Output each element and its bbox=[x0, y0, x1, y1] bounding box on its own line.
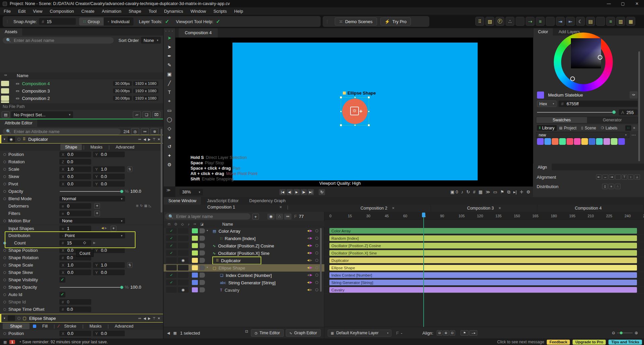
keyframe-circle[interactable] bbox=[315, 251, 318, 254]
timeline-comp-tab[interactable]: Composition 4 bbox=[537, 205, 644, 212]
value-field-y[interactable]: Y1.0 bbox=[93, 166, 125, 172]
try-pro-button[interactable]: ⚡Try Pro bbox=[380, 17, 411, 25]
asset-row[interactable]: ▭ Composition 4 30.00fps 1920 x 1080 bbox=[0, 80, 163, 87]
skip-end-button[interactable]: ▶| bbox=[308, 189, 314, 195]
color-swatch[interactable] bbox=[589, 138, 595, 145]
enable-checkbox[interactable] bbox=[166, 265, 177, 271]
current-color-swatch[interactable] bbox=[537, 92, 544, 99]
grid-icon[interactable]: ▦ bbox=[3, 340, 7, 344]
minimize-button[interactable]: — bbox=[602, 0, 616, 7]
spiral-tool[interactable]: ↺ bbox=[165, 142, 174, 151]
next-message-link[interactable]: Click to see next message bbox=[497, 340, 544, 344]
input-connection-icon[interactable]: ◀ bbox=[307, 273, 309, 277]
keyframe-dot[interactable] bbox=[3, 332, 6, 335]
output-connection-icon[interactable]: ▶ bbox=[310, 244, 312, 247]
output-connection-icon[interactable]: ▶ bbox=[310, 281, 312, 284]
hue-handle[interactable] bbox=[570, 76, 575, 81]
isolate-icon[interactable]: ≔ bbox=[138, 137, 141, 141]
value-field-y[interactable]: Y0.0 bbox=[93, 174, 125, 179]
display-icon[interactable]: ▭ bbox=[493, 189, 497, 194]
menu-item[interactable]: Create bbox=[78, 7, 98, 15]
separator[interactable] bbox=[596, 17, 605, 26]
keyframe-dot[interactable] bbox=[3, 264, 6, 267]
collapse-icon[interactable]: ◀ bbox=[167, 331, 170, 335]
tab-masks[interactable]: Masks bbox=[86, 144, 107, 150]
project-set-dropdown[interactable]: No Project Set...▾ bbox=[11, 111, 73, 118]
layer-scrollbar[interactable] bbox=[320, 228, 322, 292]
grid-view-toggle[interactable]: ∷ bbox=[625, 125, 631, 131]
slider-knob[interactable] bbox=[120, 286, 123, 289]
layer-tag-icon[interactable] bbox=[200, 243, 205, 248]
labels-tab[interactable]: ❍Labels bbox=[598, 125, 620, 131]
input-connection-icon[interactable]: ◀ bbox=[307, 266, 309, 269]
value-slider[interactable] bbox=[60, 287, 122, 288]
pivot-gizmo[interactable]: ⊙ bbox=[350, 107, 359, 115]
asset-name[interactable]: Composition 3 bbox=[22, 89, 50, 94]
keyframe-circle[interactable] bbox=[315, 274, 318, 277]
close-tab-icon[interactable]: × bbox=[498, 206, 501, 211]
zoom-out-icon[interactable]: ⊖ bbox=[612, 331, 615, 335]
layer-color-swatch[interactable] bbox=[192, 236, 198, 241]
color-swatch[interactable] bbox=[603, 138, 610, 145]
text-tool[interactable]: T bbox=[165, 88, 174, 96]
value-field-x[interactable]: ≡0 bbox=[59, 203, 91, 209]
scatter-icon[interactable]: ∴ bbox=[505, 17, 515, 26]
value-slider[interactable] bbox=[60, 191, 122, 192]
layer-tag-icon[interactable] bbox=[200, 228, 205, 233]
add-button[interactable]: + bbox=[111, 226, 116, 231]
keyframe-circle[interactable] bbox=[315, 266, 318, 269]
menu-item[interactable]: View bbox=[29, 7, 46, 15]
layer-tag-icon[interactable] bbox=[200, 265, 205, 270]
checkbox[interactable]: ✓ bbox=[59, 292, 65, 297]
visibility-toggle[interactable] bbox=[178, 280, 189, 285]
tab-dependency-graph[interactable]: Dependency Graph bbox=[245, 197, 290, 205]
skip-start-button[interactable]: |◀ bbox=[279, 189, 286, 195]
enable-checkbox[interactable]: ✓ bbox=[166, 272, 177, 278]
next-icon[interactable]: ▶ bbox=[148, 137, 151, 141]
keyframe-circle[interactable] bbox=[315, 229, 318, 232]
eyedropper-button[interactable]: ✑ bbox=[630, 91, 638, 99]
keyframe-dot[interactable] bbox=[3, 175, 6, 178]
select-tool[interactable]: ➤ bbox=[165, 34, 174, 42]
output-connection-icon[interactable]: ▶ bbox=[310, 229, 312, 232]
layer-name[interactable]: Duplicator bbox=[221, 258, 241, 263]
value-field-x[interactable]: X0.0 bbox=[59, 174, 91, 179]
menu-item[interactable]: Tool bbox=[145, 7, 160, 15]
align-top-button[interactable]: ⊤ bbox=[622, 174, 627, 180]
tab-javascript-editor[interactable]: JavaScript Editor bbox=[202, 197, 243, 205]
expand-chevron-icon[interactable]: ▾ bbox=[207, 229, 208, 232]
polygon-tool[interactable]: ◇ bbox=[165, 124, 174, 132]
input-connection-icon[interactable]: ◀ bbox=[307, 281, 309, 284]
swatch-set-dropdown[interactable]: new▾ bbox=[536, 132, 629, 138]
distribute-v-button[interactable]: ≡ bbox=[608, 184, 614, 189]
row-extra-icons[interactable]: ≣↻▦◺ bbox=[136, 204, 153, 208]
delete-icon[interactable]: ⌧ bbox=[152, 111, 160, 118]
trace-path-icon[interactable]: ⇢ bbox=[526, 17, 535, 26]
kf-align-right-button[interactable]: ⊡ bbox=[449, 330, 455, 336]
keyframe-circle[interactable] bbox=[315, 281, 318, 284]
kf-nav-button[interactable]: →▸ bbox=[469, 330, 477, 336]
separator[interactable] bbox=[546, 17, 555, 26]
menu-item[interactable]: Help bbox=[230, 7, 247, 15]
layer-color-swatch[interactable] bbox=[192, 265, 198, 270]
tab-composition-1[interactable]: Composition 1×| bbox=[164, 205, 324, 212]
next-icon[interactable]: ▶ bbox=[148, 317, 151, 320]
visibility-toggle[interactable] bbox=[178, 235, 189, 241]
layer-color-swatch[interactable] bbox=[192, 273, 198, 278]
layer-name[interactable]: Color Array bbox=[218, 229, 240, 234]
flag-icon[interactable]: ⚑ bbox=[500, 189, 504, 194]
tips-and-tricks-button[interactable]: Tips and Tricks bbox=[608, 340, 642, 345]
enable-checkbox[interactable] bbox=[166, 287, 177, 293]
color-swatch[interactable] bbox=[537, 138, 544, 145]
keyframe-dot[interactable] bbox=[3, 271, 6, 274]
value-dropdown[interactable]: Normal▾ bbox=[59, 196, 125, 202]
timeline-ruler[interactable]: 0153045607590105120135150165180195210225… bbox=[324, 212, 644, 220]
layer-tools-checkbox[interactable]: ✓ bbox=[165, 18, 169, 24]
visibility-toggle[interactable]: ◉ bbox=[178, 257, 189, 263]
align-right-button[interactable]: ⇥ bbox=[609, 174, 614, 180]
expand-icon[interactable]: ≫ bbox=[486, 189, 490, 194]
arc-icon[interactable]: ☾ bbox=[576, 17, 585, 26]
layer-row[interactable]: ✓ ∿ Oscillator [Position.Z] Cosine ◀▶ bbox=[164, 242, 324, 249]
output-connection-icon[interactable]: ▶ bbox=[310, 288, 312, 291]
layer-row[interactable]: ▾ ▢ Ellipse Shape ◀▶ bbox=[164, 264, 324, 272]
